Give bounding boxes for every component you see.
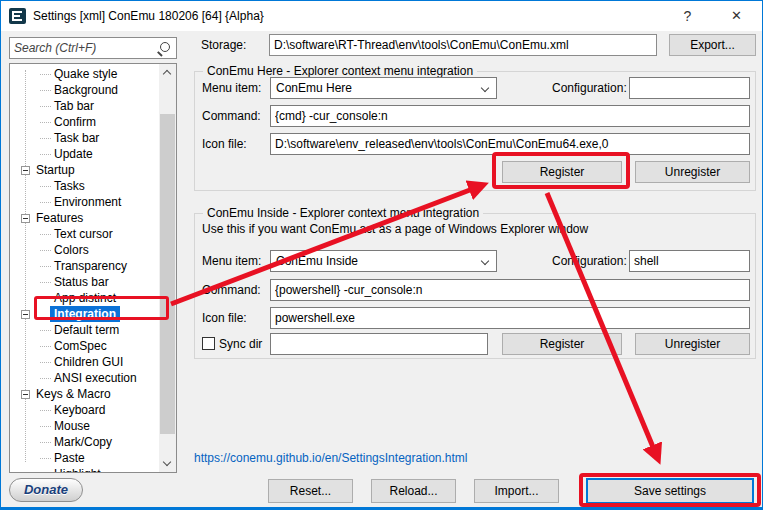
settings-integration-link[interactable]: https://conemu.github.io/en/SettingsInte… xyxy=(194,451,468,465)
storage-label: Storage: xyxy=(201,34,246,56)
configuration-label: Configuration: xyxy=(552,77,624,99)
tree-collapse-icon[interactable] xyxy=(21,214,30,223)
tree-item-integration[interactable]: Integration xyxy=(10,306,159,322)
settings-tree[interactable]: Quake styleBackgroundTab barConfirmTask … xyxy=(9,63,177,473)
tree-item-label[interactable]: Integration xyxy=(50,306,120,322)
tree-collapse-icon[interactable] xyxy=(21,310,30,319)
icon-file-field[interactable] xyxy=(270,133,750,155)
tree-item-task-bar[interactable]: Task bar xyxy=(10,130,159,146)
save-settings-button[interactable]: Save settings xyxy=(586,478,754,504)
tree-item-keys-macro[interactable]: Keys & Macro xyxy=(10,386,159,402)
tree-item-label[interactable]: Confirm xyxy=(54,114,96,130)
tree-item-label[interactable]: ComSpec xyxy=(54,338,107,354)
tree-item-quake-style[interactable]: Quake style xyxy=(10,66,159,82)
conemu-inside-group-title: ConEmu Inside - Explorer context menu in… xyxy=(203,206,483,220)
register-button[interactable]: Register xyxy=(502,161,622,183)
tree-item-label[interactable]: Background xyxy=(54,82,118,98)
tree-item-tab-bar[interactable]: Tab bar xyxy=(10,98,159,114)
tree-item-label[interactable]: Environment xyxy=(54,194,121,210)
tree-item-label[interactable]: Paste xyxy=(54,450,85,466)
tree-item-label[interactable]: Colors xyxy=(54,242,89,258)
search-icon xyxy=(157,42,170,55)
conemu-here-group: ConEmu Here - Explorer context menu inte… xyxy=(194,71,756,191)
donate-button[interactable]: Donate xyxy=(9,478,83,502)
tree-item-tasks[interactable]: Tasks xyxy=(10,178,159,194)
tree-item-paste[interactable]: Paste xyxy=(10,450,159,466)
tree-item-label[interactable]: Update xyxy=(54,146,93,162)
tree-item-label[interactable]: Tab bar xyxy=(54,98,94,114)
reload-button[interactable]: Reload... xyxy=(371,479,456,503)
tree-item-label[interactable]: Text cursor xyxy=(54,226,113,242)
tree-item-label[interactable]: App distinct xyxy=(54,290,116,306)
tree-item-confirm[interactable]: Confirm xyxy=(10,114,159,130)
command-field[interactable] xyxy=(270,279,750,301)
tree-item-startup[interactable]: Startup xyxy=(10,162,159,178)
reset-button[interactable]: Reset... xyxy=(268,479,353,503)
configuration-field[interactable] xyxy=(629,250,750,272)
sync-dir-label: Sync dir xyxy=(219,333,262,355)
tree-item-label[interactable]: Default term xyxy=(54,322,119,338)
import-button[interactable]: Import... xyxy=(474,479,559,503)
search-box xyxy=(9,37,177,59)
configuration-field[interactable] xyxy=(629,77,750,99)
unregister-button[interactable]: Unregister xyxy=(635,333,750,355)
window-title: Settings [xml] ConEmu 180206 [64] {Alpha… xyxy=(33,9,264,23)
tree-item-features[interactable]: Features xyxy=(10,210,159,226)
tree-item-app-distinct[interactable]: App distinct xyxy=(10,290,159,306)
register-button[interactable]: Register xyxy=(502,333,622,355)
tree-item-label[interactable]: Features xyxy=(36,210,83,226)
tree-item-label[interactable]: Highlight xyxy=(54,466,101,473)
tree-item-label[interactable]: Mark/Copy xyxy=(54,434,112,450)
tree-item-label[interactable]: Keys & Macro xyxy=(36,386,111,402)
tree-item-status-bar[interactable]: Status bar xyxy=(10,274,159,290)
tree-item-ansi-execution[interactable]: ANSI execution xyxy=(10,370,159,386)
tree-item-environment[interactable]: Environment xyxy=(10,194,159,210)
help-button[interactable]: ? xyxy=(665,1,710,31)
tree-item-mark-copy[interactable]: Mark/Copy xyxy=(10,434,159,450)
tree-item-children-gui[interactable]: Children GUI xyxy=(10,354,159,370)
tree-collapse-icon[interactable] xyxy=(21,166,30,175)
tree-item-comspec[interactable]: ComSpec xyxy=(10,338,159,354)
icon-file-field[interactable] xyxy=(270,307,750,329)
tree-collapse-icon[interactable] xyxy=(21,390,30,399)
tree-item-label[interactable]: ANSI execution xyxy=(54,370,137,386)
tree-item-label[interactable]: Children GUI xyxy=(54,354,123,370)
scrollbar-thumb[interactable] xyxy=(160,114,175,434)
tree-item-label[interactable]: Startup xyxy=(36,162,75,178)
sync-dir-field[interactable] xyxy=(270,333,488,355)
tree-item-keyboard[interactable]: Keyboard xyxy=(10,402,159,418)
tree-item-label[interactable]: Task bar xyxy=(54,130,99,146)
tree-item-label[interactable]: Mouse xyxy=(54,418,90,434)
menu-item-combobox[interactable]: ConEmu Inside xyxy=(270,250,497,272)
tree-item-update[interactable]: Update xyxy=(10,146,159,162)
tree-scrollbar[interactable] xyxy=(159,64,176,472)
storage-path-field[interactable] xyxy=(269,34,657,56)
tree-item-text-cursor[interactable]: Text cursor xyxy=(10,226,159,242)
tree-item-label[interactable]: Transparency xyxy=(54,258,127,274)
scroll-down-icon[interactable] xyxy=(159,455,176,472)
sync-dir-checkbox[interactable] xyxy=(202,337,215,350)
unregister-button[interactable]: Unregister xyxy=(635,161,750,183)
tree-item-label[interactable]: Status bar xyxy=(54,274,109,290)
tree-item-default-term[interactable]: Default term xyxy=(10,322,159,338)
tree-item-label[interactable]: Quake style xyxy=(54,66,117,82)
menu-item-combobox[interactable]: ConEmu Here xyxy=(270,77,497,99)
tree-item-mouse[interactable]: Mouse xyxy=(10,418,159,434)
command-label: Command: xyxy=(202,279,261,301)
export-button[interactable]: Export... xyxy=(669,34,756,56)
menu-item-value: ConEmu Here xyxy=(276,81,352,95)
close-button[interactable]: ✕ xyxy=(714,1,759,31)
menu-item-label: Menu item: xyxy=(202,77,261,99)
tree-item-label[interactable]: Keyboard xyxy=(54,402,105,418)
command-field[interactable] xyxy=(270,105,750,127)
tree-item-transparency[interactable]: Transparency xyxy=(10,258,159,274)
tree-item-highlight[interactable]: Highlight xyxy=(10,466,159,473)
configuration-label: Configuration: xyxy=(552,250,624,272)
tree-item-label[interactable]: Tasks xyxy=(54,178,85,194)
scroll-up-icon[interactable] xyxy=(159,64,176,81)
search-input[interactable] xyxy=(14,39,152,57)
inside-group-description: Use this if you want ConEmu act as a pag… xyxy=(202,222,588,236)
tree-item-colors[interactable]: Colors xyxy=(10,242,159,258)
conemu-inside-group: ConEmu Inside - Explorer context menu in… xyxy=(194,213,756,359)
tree-item-background[interactable]: Background xyxy=(10,82,159,98)
